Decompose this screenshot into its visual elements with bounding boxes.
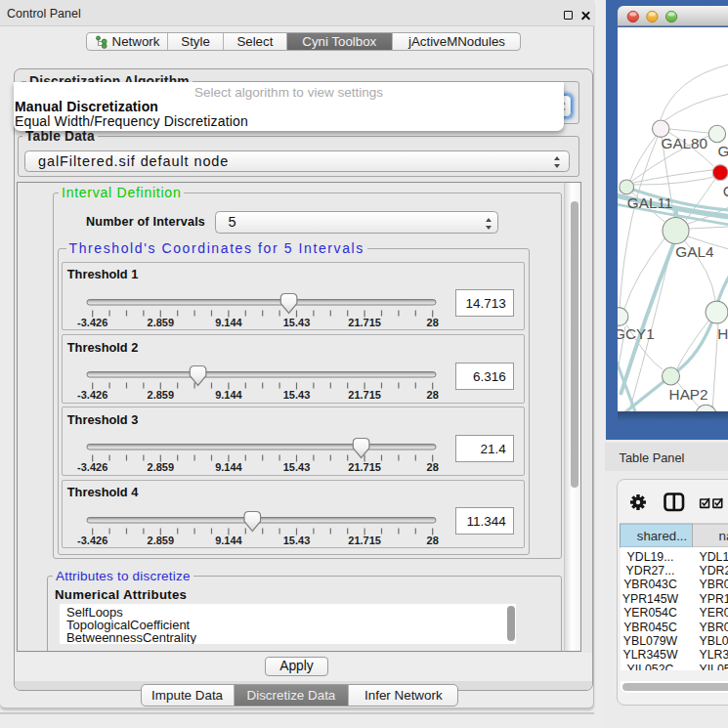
svg-text:2.859: 2.859 bbox=[147, 316, 174, 327]
svg-text:-3.426: -3.426 bbox=[77, 316, 107, 327]
svg-text:HS: HS bbox=[717, 325, 728, 342]
svg-text:-3.426: -3.426 bbox=[77, 534, 107, 545]
svg-text:GCY1: GCY1 bbox=[618, 325, 655, 342]
svg-text:9.144: 9.144 bbox=[215, 534, 242, 545]
svg-text:2.859: 2.859 bbox=[147, 534, 174, 545]
svg-text:GA: GA bbox=[717, 143, 728, 159]
svg-text:2.859: 2.859 bbox=[147, 461, 174, 473]
svg-text:shared...: shared... bbox=[637, 529, 687, 543]
svg-text:21.715: 21.715 bbox=[348, 534, 381, 545]
svg-text:HAP2: HAP2 bbox=[668, 386, 707, 403]
svg-text:na: na bbox=[719, 529, 728, 543]
svg-text:21.715: 21.715 bbox=[348, 389, 381, 401]
svg-text:28: 28 bbox=[426, 534, 438, 545]
svg-text:GAL80: GAL80 bbox=[661, 135, 707, 151]
svg-text:15.43: 15.43 bbox=[283, 461, 311, 473]
svg-text:9.144: 9.144 bbox=[215, 316, 242, 327]
svg-text:CC: CC bbox=[722, 183, 728, 199]
svg-text:9.144: 9.144 bbox=[215, 461, 242, 473]
svg-text:21.715: 21.715 bbox=[348, 316, 381, 327]
svg-text:28: 28 bbox=[426, 461, 438, 473]
svg-text:28: 28 bbox=[426, 316, 438, 327]
svg-text:-3.426: -3.426 bbox=[77, 461, 107, 473]
svg-text:-3.426: -3.426 bbox=[77, 389, 107, 401]
svg-text:15.43: 15.43 bbox=[283, 389, 311, 401]
svg-text:9.144: 9.144 bbox=[215, 389, 242, 401]
svg-text:2.859: 2.859 bbox=[147, 389, 174, 401]
svg-text:21.715: 21.715 bbox=[348, 461, 381, 473]
svg-text:15.43: 15.43 bbox=[283, 534, 311, 545]
svg-text:GAL4: GAL4 bbox=[675, 243, 714, 260]
svg-text:GAL11: GAL11 bbox=[626, 194, 672, 211]
svg-text:28: 28 bbox=[426, 389, 438, 401]
svg-text:15.43: 15.43 bbox=[283, 316, 311, 327]
